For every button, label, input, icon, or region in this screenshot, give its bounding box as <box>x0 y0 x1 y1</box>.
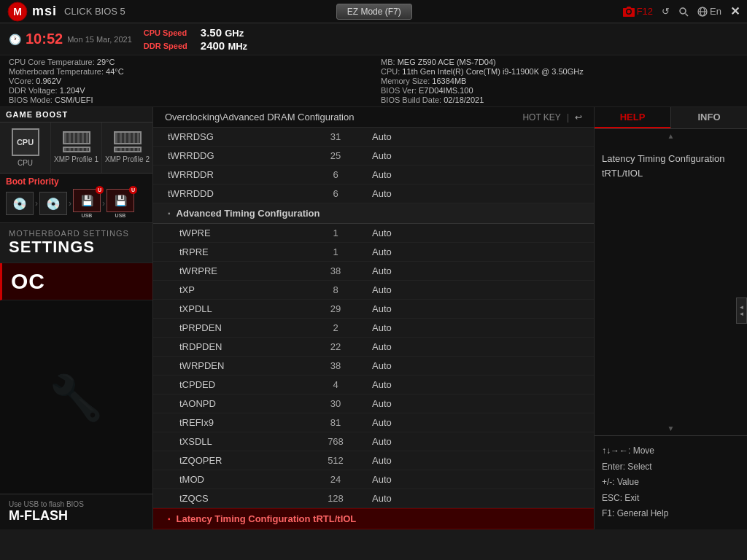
boot-arrow-1: › <box>35 198 38 209</box>
row-auto-trpre: Auto <box>372 246 445 257</box>
table-row-tmod[interactable]: tMOD 24 Auto <box>153 470 594 489</box>
sidebar-background: 🔧 <box>0 300 152 494</box>
table-row-tzqoper[interactable]: tZQOPER 512 Auto <box>153 451 594 470</box>
cpu-temp-line: CPU Core Temperature: 29°C <box>9 58 366 66</box>
row-auto-tcpded: Auto <box>372 379 445 390</box>
keyboard-shortcuts: ↑↓→←: Move Enter: Select +/-: Value ESC:… <box>595 435 747 529</box>
svg-point-2 <box>680 8 686 14</box>
boot-device-1[interactable]: 💿 <box>6 192 34 215</box>
mb-temp-line: Motherboard Temperature: 44°C <box>9 67 366 76</box>
table-row-tzqcs[interactable]: tZQCS 128 Auto <box>153 489 594 508</box>
table-row-txpdll[interactable]: tXPDLL 29 Auto <box>153 300 594 319</box>
table-row-twrrdsg[interactable]: tWRRDSG 31 Auto <box>153 128 594 147</box>
sidebar-settings-item[interactable]: Motherboard settings SETTINGS <box>0 223 152 263</box>
side-arrows: ◄◄ <box>736 298 747 324</box>
advanced-timing-header[interactable]: ▪ Advanced Timing Configuration <box>153 203 594 224</box>
row-name-tmod: tMOD <box>168 474 299 485</box>
table-row-taonpd[interactable]: tAONPD 30 Auto <box>153 394 594 413</box>
boot-device-2[interactable]: 💿 <box>39 192 67 215</box>
table-row-twrrddr[interactable]: tWRRDDR 6 Auto <box>153 166 594 184</box>
row-name-twpre: tWPRE <box>168 228 299 238</box>
usb-badge-4: U <box>129 186 137 194</box>
row-val-txpdll: 29 <box>299 303 372 314</box>
toggle-minus-icon: ▪ <box>168 209 171 217</box>
table-row-trdpden[interactable]: tRDPDEN 22 Auto <box>153 338 594 357</box>
msi-brand-text: msi <box>32 4 57 19</box>
breadcrumb-text: Overclocking\Advanced DRAM Configuration <box>165 112 354 122</box>
bios-product-name: CLICK BIOS 5 <box>64 6 125 17</box>
settings-sub-label: Motherboard settings <box>9 229 144 238</box>
row-val-twrrdsg: 31 <box>299 131 372 142</box>
boot-device-4[interactable]: 💾 U USB <box>107 189 134 218</box>
boost-xmp1-item[interactable]: XMP Profile 1 <box>51 122 102 173</box>
svg-text:M: M <box>13 6 22 18</box>
boost-cpu-item[interactable]: CPU CPU <box>0 122 51 173</box>
xmp1-label: XMP Profile 1 <box>54 155 98 163</box>
flash-main-label: M-FLASH <box>9 508 144 524</box>
row-auto-twrrddg: Auto <box>372 150 445 161</box>
xmp2-label: XMP Profile 2 <box>105 155 150 163</box>
clock-icon: 🕐 <box>9 34 21 45</box>
table-row-twrrddg[interactable]: tWRRDDG 25 Auto <box>153 147 594 166</box>
ddr-voltage-line: DDR Voltage: 1.204V <box>9 86 366 95</box>
msi-logo: M msi CLICK BIOS 5 <box>7 1 125 22</box>
boot-priority-section: Boot Priority 💿 › 💿 › 💾 U <box>0 174 152 223</box>
table-row-twrpden[interactable]: tWRPDEN 38 Auto <box>153 357 594 376</box>
row-val-taonpd: 30 <box>299 398 372 409</box>
row-name-twrrddg: tWRRDDG <box>168 150 299 161</box>
sidebar-oc-item[interactable]: OC <box>0 263 152 300</box>
boot-arrow-2: › <box>69 198 71 209</box>
date-display: Mon 15 Mar, 2021 <box>67 35 132 44</box>
row-auto-twpre: Auto <box>372 228 445 238</box>
table-row-txp[interactable]: tXP 8 Auto <box>153 281 594 300</box>
row-name-taonpd: tAONPD <box>168 398 299 409</box>
row-name-twrrddd: tWRRDDD <box>168 188 299 199</box>
flash-sub-label: Use USB to flash BIOS <box>9 500 144 508</box>
main-content-area: Overclocking\Advanced DRAM Configuration… <box>153 107 594 529</box>
row-val-trefix9: 81 <box>299 417 372 428</box>
boot-device-3[interactable]: 💾 U USB <box>73 189 101 218</box>
row-val-twrrddg: 25 <box>299 150 372 161</box>
cpu-boost-label: CPU <box>18 159 33 167</box>
msi-dragon-icon: M <box>7 1 28 22</box>
back-icon[interactable]: ↩ <box>575 112 582 122</box>
table-row-twrpre[interactable]: tWRPRE 38 Auto <box>153 262 594 281</box>
cpu-speed-value: 3.50 GHz <box>201 26 244 39</box>
table-row-twrrddd[interactable]: tWRRDDD 6 Auto <box>153 184 594 203</box>
vcore-line: VCore: 0.962V <box>9 77 366 85</box>
boot-devices-row: 💿 › 💿 › 💾 U USB › <box>6 189 147 218</box>
help-tab[interactable]: HELP <box>595 107 670 128</box>
row-name-tzqoper: tZQOPER <box>168 455 299 466</box>
table-row-txsdll[interactable]: tXSDLL 768 Auto <box>153 432 594 451</box>
side-arrow-up[interactable]: ◄◄ <box>736 298 747 324</box>
table-row-tcpded[interactable]: tCPDED 4 Auto <box>153 376 594 394</box>
right-tabs: HELP INFO <box>595 107 747 129</box>
ez-mode-button[interactable]: EZ Mode (F7) <box>336 4 412 20</box>
boost-xmp2-item[interactable]: XMP Profile 2 <box>102 122 152 173</box>
table-row-trefix9[interactable]: tREFIx9 81 Auto <box>153 413 594 432</box>
row-val-txsdll: 768 <box>299 436 372 447</box>
row-auto-trefix9: Auto <box>372 417 445 428</box>
screenshot-icon[interactable]: F12 <box>623 6 653 17</box>
hotkey-area: HOT KEY | ↩ <box>522 112 582 122</box>
search-icon[interactable] <box>678 7 689 17</box>
latency-timing-header[interactable]: ▪ Latency Timing Configuration tRTL/tIOL <box>153 508 594 529</box>
refresh-icon[interactable]: ↺ <box>662 6 670 17</box>
table-row-twpre[interactable]: tWPRE 1 Auto <box>153 224 594 243</box>
speeds-block: CPU Speed 3.50 GHz DDR Speed 2400 MHz <box>144 26 247 52</box>
info-tab[interactable]: INFO <box>671 107 747 128</box>
sidebar-flash-item[interactable]: Use USB to flash BIOS M-FLASH <box>0 494 152 529</box>
row-auto-tmod: Auto <box>372 474 445 485</box>
row-val-twpre: 1 <box>299 228 372 238</box>
mb-model-line: MB: MEG Z590 ACE (MS-7D04) <box>381 58 738 66</box>
right-panel: HELP INFO ▲ Latency Timing Configuration… <box>594 107 747 529</box>
settings-main-label: SETTINGS <box>9 238 144 257</box>
f12-label: F12 <box>637 6 653 17</box>
language-icon[interactable]: En <box>697 6 721 17</box>
close-button[interactable]: ✕ <box>730 4 740 18</box>
table-row-tprpden[interactable]: tPRPDEN 2 Auto <box>153 319 594 338</box>
row-name-txp: tXP <box>168 284 299 295</box>
table-row-trpre[interactable]: tRPRE 1 Auto <box>153 243 594 262</box>
row-name-txpdll: tXPDLL <box>168 303 299 314</box>
latency-timing-label: Latency Timing Configuration tRTL/tIOL <box>177 513 357 524</box>
